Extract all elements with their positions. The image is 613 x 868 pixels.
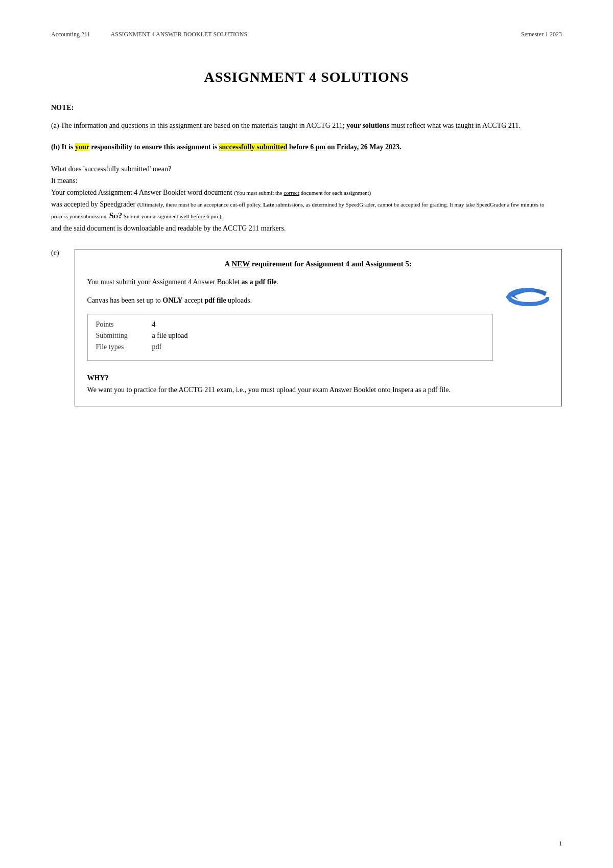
submitting-value: a file upload [152, 332, 188, 340]
box-para2: Canvas has been set up to ONLY accept pd… [87, 295, 493, 306]
para-b-your: your [75, 143, 89, 151]
table-row-submitting: Submitting a file upload [96, 332, 484, 340]
line2-bold-late: Late [263, 201, 274, 208]
document-title: ASSIGNMENT 4 ANSWER BOOKLET SOLUTIONS [111, 31, 248, 38]
it-means-line: It means: [51, 175, 562, 186]
para-a-bold: your solutions [346, 122, 389, 129]
box-title-new: NEW [231, 260, 250, 268]
line3-text: and the said document is downloadable an… [51, 224, 286, 232]
line2-small: (Ultimately, there must be an acceptance… [137, 201, 263, 208]
line1: Your completed Assignment 4 Answer Bookl… [51, 187, 562, 198]
arrow-graphic [503, 282, 549, 312]
points-label: Points [96, 321, 152, 329]
bordered-box: A NEW requirement for Assignment 4 and A… [75, 249, 562, 406]
box-section-c: (c) A NEW requirement for Assignment 4 a… [51, 249, 562, 406]
why-text: We want you to practice for the ACCTG 21… [87, 384, 549, 396]
header-left: Accounting 211 ASSIGNMENT 4 ANSWER BOOKL… [51, 31, 247, 38]
para-b-suffix: before [287, 143, 310, 151]
semester: Semester 1 2023 [521, 31, 562, 38]
line1-small-end: document for each assignment) [299, 190, 371, 196]
line2: was accepted by Speedgrader (Ultimately,… [51, 199, 562, 222]
para-b-middle: responsibility to ensure this assignment… [89, 143, 219, 151]
why-label: WHY? [87, 374, 549, 382]
box-title-part1: A [225, 260, 232, 268]
box-para2-bold: accept [182, 296, 204, 304]
line1-main: Your completed Assignment 4 Answer Bookl… [51, 189, 234, 196]
box-para2-end: uploads. [226, 296, 252, 304]
box-title: A NEW requirement for Assignment 4 and A… [87, 260, 549, 268]
page: Accounting 211 ASSIGNMENT 4 ANSWER BOOKL… [0, 0, 613, 868]
svg-marker-1 [506, 292, 510, 302]
para-b-prefix: (b) It is [51, 143, 75, 151]
table-row-points: Points 4 [96, 321, 484, 329]
c-label: (c) [51, 249, 59, 257]
main-title: ASSIGNMENT 4 SOLUTIONS [51, 69, 562, 85]
box-para1-main: You must submit your Assignment 4 Answer… [87, 278, 242, 286]
box-inner-content: You must submit your Assignment 4 Answer… [87, 277, 549, 369]
box-left: You must submit your Assignment 4 Answer… [87, 277, 493, 369]
submitting-label: Submitting [96, 332, 152, 340]
paragraph-a: (a) The information and questions in thi… [51, 120, 562, 131]
line2-so: So? [109, 211, 122, 220]
box-para1-end: . [276, 278, 278, 286]
line2-main: was accepted by Speedgrader [51, 200, 137, 208]
page-number: 1 [559, 840, 562, 848]
line3: and the said document is downloadable an… [51, 223, 562, 234]
filetypes-label: File types [96, 343, 152, 351]
box-para1: You must submit your Assignment 4 Answer… [87, 277, 493, 288]
para-a-text2: must reflect what was taught in ACCTG 21… [389, 122, 521, 129]
para-b-underline: 6 pm [310, 143, 325, 151]
para-a-text: (a) The information and questions in thi… [51, 122, 346, 129]
paragraph-b: (b) It is your responsibility to ensure … [51, 142, 562, 153]
line2-end: 6 pm.), [205, 213, 222, 219]
line1-small-underline: correct [284, 190, 299, 196]
why-section: WHY? We want you to practice for the ACC… [87, 374, 549, 396]
table-row-filetypes: File types pdf [96, 343, 484, 351]
what-does-line: What does 'successfully submitted' mean? [51, 164, 562, 174]
para-b-submitted: successfully submitted [219, 143, 287, 151]
box-para2-main: Canvas has been set up to [87, 296, 163, 304]
note-label: NOTE: [51, 104, 562, 112]
box-para1-bold: as a pdf file [241, 278, 276, 286]
it-means-text: It means: [51, 177, 78, 185]
box-para2-only: ONLY [162, 296, 182, 304]
submission-info-table: Points 4 Submitting a file upload File t… [87, 314, 493, 361]
successfully-submitted-section: What does 'successfully submitted' mean?… [51, 164, 562, 234]
filetypes-value: pdf [152, 343, 162, 351]
para-b-bold-end: on Friday, 26 May 2023. [327, 143, 402, 151]
course-name: Accounting 211 [51, 31, 90, 38]
line2-underline: well before [180, 213, 205, 219]
line2-small3: Submit your assignment [122, 213, 179, 219]
header: Accounting 211 ASSIGNMENT 4 ANSWER BOOKL… [51, 31, 562, 38]
what-does-text: What does 'successfully submitted' mean? [51, 165, 171, 173]
points-value: 4 [152, 321, 156, 329]
line1-small: (You must submit the [234, 190, 284, 196]
box-title-part2: requirement for Assignment 4 and Assignm… [250, 260, 412, 268]
box-para2-pdf: pdf file [204, 296, 226, 304]
